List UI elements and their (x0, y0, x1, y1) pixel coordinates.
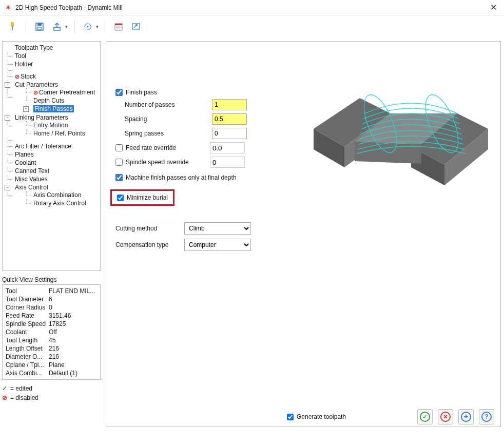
apply-button[interactable]: ✦ (458, 409, 474, 424)
disabled-icon: ⊘ (33, 89, 38, 95)
qv-key: Tool Length (6, 337, 49, 344)
machine-final-label: Machine finish passes only at final dept… (126, 174, 236, 181)
cutting-method-label: Cutting method (115, 225, 184, 232)
finish-pass-checkbox[interactable] (115, 89, 123, 96)
toolbar: ▾ ▾ (0, 15, 504, 38)
tree-corner-pretreatment[interactable]: Corner Pretreatment (39, 89, 95, 96)
tree-coolant[interactable]: Coolant (15, 159, 36, 166)
legend-disabled: = disabled (10, 394, 38, 401)
qv-key: Diameter O... (6, 353, 49, 360)
quickview-panel: ToolFLAT END MIL... Tool Diameter6 Corne… (2, 284, 101, 380)
feed-override-checkbox[interactable] (115, 144, 123, 151)
export-button[interactable]: ▾ (50, 20, 68, 34)
close-button[interactable]: ✕ (487, 3, 500, 12)
collapse-icon[interactable]: − (5, 185, 10, 190)
cancel-button[interactable]: ✕ (438, 409, 453, 424)
collapse-icon[interactable]: − (5, 115, 10, 121)
qv-val: FLAT END MIL... (49, 287, 97, 295)
tree-holder[interactable]: Holder (15, 61, 33, 68)
parameter-tree[interactable]: Toolpath Type Tool Holder ⊘Stock −Cut Pa… (2, 41, 101, 271)
qv-val: 6 (49, 296, 97, 303)
calendar-button[interactable] (111, 20, 126, 34)
svg-point-7 (87, 26, 89, 28)
qv-key: Corner Radius (6, 304, 49, 311)
spindle-override-checkbox[interactable] (115, 159, 123, 166)
qv-key: Feed Rate (6, 312, 49, 319)
tree-home-ref[interactable]: Home / Ref. Points (33, 130, 85, 137)
generate-toolpath-label: Generate toolpath (297, 413, 346, 420)
legend-edited: = edited (10, 385, 32, 392)
tree-rotary-axis[interactable]: Rotary Axis Control (33, 200, 86, 207)
target-button[interactable]: ▾ (81, 20, 99, 34)
svg-rect-1 (12, 26, 13, 30)
tree-toolpath-type[interactable]: Toolpath Type (15, 44, 53, 51)
chevron-down-icon: ▾ (65, 24, 68, 29)
separator (26, 21, 26, 33)
num-passes-label: Number of passes (125, 101, 212, 108)
tree-stock[interactable]: Stock (21, 73, 36, 80)
cutting-method-select[interactable]: Climb (184, 222, 251, 235)
qv-key: Length Offset (6, 345, 49, 352)
check-icon: ✓ (2, 385, 7, 392)
toolpath-preview (303, 62, 493, 206)
qv-val: 216 (49, 353, 97, 360)
qv-val: Plane (49, 361, 97, 369)
finish-pass-label: Finish pass (126, 89, 157, 96)
expand-icon[interactable]: + (23, 106, 29, 112)
machine-final-checkbox[interactable] (115, 174, 123, 181)
generate-toolpath-checkbox[interactable] (287, 414, 294, 420)
svg-rect-0 (11, 23, 13, 26)
qv-val: 17825 (49, 320, 97, 327)
qv-key: Coolant (6, 328, 49, 336)
spring-passes-input[interactable] (212, 128, 247, 139)
settings-panel: Finish pass Number of passes Spacing Spr… (106, 41, 501, 427)
tree-misc-values[interactable]: Misc Values (15, 176, 48, 183)
qv-key: Spindle Speed (6, 320, 49, 327)
qv-val: 216 (49, 345, 97, 352)
svg-rect-4 (37, 27, 42, 30)
svg-rect-9 (115, 24, 122, 25)
spring-passes-label: Spring passes (125, 130, 212, 137)
disabled-icon: ⊘ (2, 394, 7, 401)
spacing-label: Spacing (125, 115, 212, 123)
tree-axis-combination[interactable]: Axis Combination (33, 191, 81, 199)
tree-canned-text[interactable]: Canned Text (15, 167, 49, 175)
tree-linking-parameters[interactable]: Linking Parameters (15, 114, 68, 121)
qv-val: 45 (49, 337, 97, 344)
minimize-burial-checkbox[interactable] (117, 195, 124, 201)
spacing-input[interactable] (212, 113, 247, 125)
tree-finish-passes[interactable]: Finish Passes (33, 105, 74, 112)
feed-override-input[interactable] (210, 142, 245, 153)
num-passes-input[interactable] (212, 99, 247, 110)
compensation-type-select[interactable]: Computer (184, 239, 251, 251)
quickview-title: Quick View Settings (2, 276, 101, 283)
collapse-icon[interactable]: − (5, 82, 10, 88)
window-title: 2D High Speed Toolpath - Dynamic Mill (15, 4, 487, 11)
app-icon: ✶ (4, 4, 12, 12)
ok-button[interactable]: ✓ (417, 409, 433, 424)
qv-key: Tool (6, 287, 49, 295)
legend: ✓= edited ⊘= disabled (2, 384, 101, 402)
help-button[interactable]: ? (479, 409, 494, 424)
chevron-down-icon: ▾ (96, 24, 99, 29)
tree-axis-control[interactable]: Axis Control (15, 184, 48, 191)
minimize-burial-highlight: Minimize burial (110, 189, 175, 206)
qv-val: 3151.46 (49, 312, 97, 319)
tree-entry-motion[interactable]: Entry Motion (33, 122, 68, 129)
tree-cut-parameters[interactable]: Cut Parameters (15, 81, 58, 88)
flashlight-button[interactable] (5, 20, 20, 34)
tree-depth-cuts[interactable]: Depth Cuts (33, 97, 64, 104)
disabled-icon: ⊘ (15, 73, 20, 80)
qv-key: Cplane / Tpl... (6, 361, 49, 369)
spindle-override-label: Spindle speed override (126, 159, 207, 166)
spindle-override-input[interactable] (210, 157, 245, 168)
svg-rect-3 (37, 23, 42, 26)
qv-key: Tool Diameter (6, 296, 49, 303)
save-button[interactable] (32, 20, 47, 34)
tree-tool[interactable]: Tool (15, 52, 26, 60)
screen-arrow-button[interactable] (129, 20, 143, 34)
qv-val: Off (49, 328, 97, 336)
tree-arc-filter[interactable]: Arc Filter / Tolerance (15, 143, 71, 150)
qv-key: Axis Combi... (6, 370, 49, 377)
tree-planes[interactable]: Planes (15, 151, 34, 158)
